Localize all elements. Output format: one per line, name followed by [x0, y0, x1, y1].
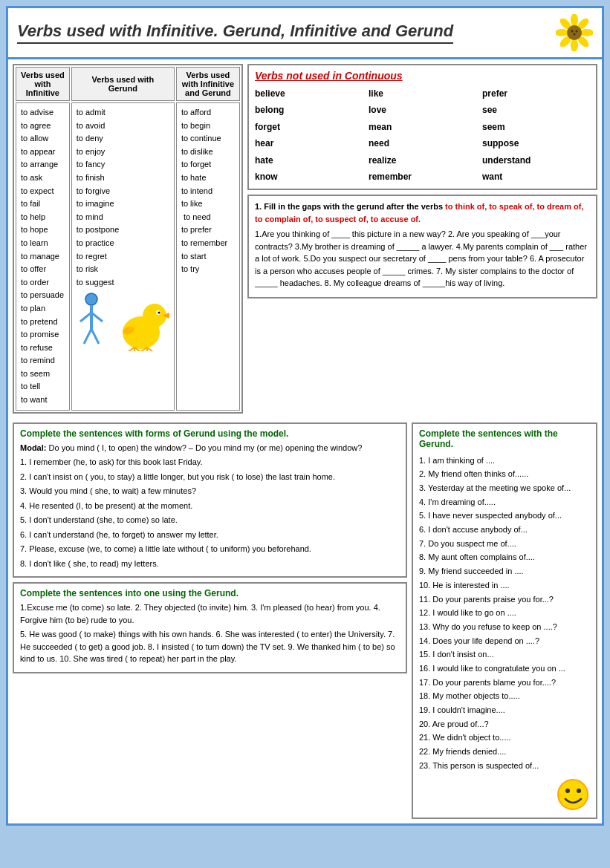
nc-understand: understand: [482, 153, 590, 168]
svg-line-29: [147, 347, 152, 351]
cg-17: 17. Do your parents blame you for....?: [419, 676, 590, 690]
cg-4: 4. I'm dreaming of.....: [419, 495, 590, 509]
gerund-one-text1: 1.Excuse me (to come) so late. 2. They o…: [20, 601, 400, 626]
nc-belong: belong: [255, 102, 363, 117]
svg-point-31: [558, 780, 588, 809]
nc-want: want: [482, 169, 590, 184]
svg-point-23: [158, 312, 160, 314]
cg-16: 16. I would like to congratulate you on …: [419, 662, 590, 676]
gerund-model-box: Complete the sentences with forms of Ger…: [13, 422, 407, 578]
chick-icon: [114, 292, 169, 351]
cg-5: 5. I have never suspected anybody of...: [419, 509, 590, 523]
gerund-s5: 5. I don't understand (she, to come) so …: [20, 514, 400, 526]
col-gerund-header: Verbs used with Gerund: [71, 67, 175, 101]
gerund-s6: 6. I can't understand (he, to forget) to…: [20, 529, 400, 541]
gerund-one-title: Complete the sentences into one using th…: [20, 588, 400, 598]
cg-1: 1. I am thinking of ....: [419, 454, 590, 468]
col-gerund: to admit to avoid to deny to enjoy to fa…: [71, 102, 175, 411]
cg-2: 2. My friend often thinks of......: [419, 467, 590, 481]
svg-point-7: [556, 29, 568, 36]
cg-6: 6. I don't accuse anybody of...: [419, 523, 590, 537]
exercise1-title: 1. Fill in the gaps with the gerund afte…: [255, 200, 590, 225]
svg-point-13: [85, 293, 97, 305]
gerund-s1: 1. I remember (he, to ask) for this book…: [20, 456, 400, 469]
right-panel: Verbs not used in Continuous believe lik…: [247, 64, 597, 418]
images-row: [77, 289, 169, 354]
col-infinitive: to advise to agree to allow to appear to…: [16, 102, 70, 411]
cg-23: 23. This person is suspected of...: [419, 759, 590, 773]
svg-point-10: [571, 30, 574, 33]
nc-mean: mean: [369, 120, 476, 134]
nc-seem: seem: [482, 120, 590, 134]
nc-like: like: [369, 86, 476, 101]
svg-point-11: [576, 30, 578, 33]
svg-point-5: [571, 39, 578, 51]
exercise1-box: 1. Fill in the gaps with the gerund afte…: [247, 195, 597, 298]
nc-love: love: [369, 102, 476, 117]
smiley-container: [419, 778, 590, 813]
svg-line-18: [91, 329, 99, 344]
cg-10: 10. He is interested in ....: [419, 578, 590, 593]
cg-20: 20. Are proud of...?: [419, 717, 590, 731]
cg-15: 15. I don't insist on...: [419, 647, 590, 662]
gerund-one-text2: 5. He was good ( to make) things with hi…: [20, 628, 400, 665]
svg-line-15: [80, 313, 91, 322]
nc-know: know: [255, 169, 363, 184]
col-both: to afford to begin to continue to dislik…: [176, 102, 240, 411]
not-continuous-box: Verbs not used in Continuous believe lik…: [247, 64, 597, 190]
nc-prefer: prefer: [482, 86, 590, 101]
left-panel: Verbs used with Infinitive Verbs used wi…: [13, 64, 243, 418]
cg-11: 11. Do your parents praise you for...?: [419, 593, 590, 607]
col-both-header: Verbs used with Infinitive and Gerund: [176, 67, 240, 101]
complete-gerund-right-box: Complete the sentences with the Gerund. …: [412, 422, 597, 820]
page-title: Verbs used with Infinitive. Gerund, Infi…: [17, 22, 453, 44]
page: Verbs used with Infinitive. Gerund, Infi…: [6, 6, 604, 826]
gerund-s7: 7. Please, excuse (we, to come) a little…: [20, 543, 400, 555]
gerund-model-text: Modal: Do you mind ( I, to open) the win…: [20, 442, 400, 454]
nc-realize: realize: [369, 153, 476, 168]
bottom-left: Complete the sentences with forms of Ger…: [13, 422, 407, 820]
cg-14: 14. Does your life depend on ....?: [419, 634, 590, 648]
col-infinitive-header: Verbs used with Infinitive: [16, 67, 70, 101]
nc-hate: hate: [255, 153, 363, 168]
gerund-one-box: Complete the sentences into one using th…: [13, 582, 407, 673]
cg-21: 21. We didn't object to.....: [419, 731, 590, 745]
cg-7: 7. Do you suspect me of....: [419, 537, 590, 551]
svg-point-32: [565, 789, 570, 793]
gerund-list: to admit to avoid to deny to enjoy to fa…: [77, 106, 169, 289]
gerund-model-title: Complete the sentences with forms of Ger…: [20, 428, 400, 439]
svg-line-17: [84, 329, 91, 344]
cg-18: 18. My mother objects to.....: [419, 689, 590, 703]
nc-remember: remember: [369, 169, 476, 184]
complete-gerund-right-title: Complete the sentences with the Gerund.: [419, 428, 590, 449]
svg-point-9: [567, 25, 582, 40]
nc-need: need: [369, 136, 476, 151]
nc-believe: believe: [255, 86, 363, 101]
cg-13: 13. Why do you refuse to keep on ....?: [419, 620, 590, 634]
both-list: to afford to begin to continue to dislik…: [181, 106, 235, 276]
svg-point-3: [580, 29, 593, 36]
cg-12: 12. I would like to go on ....: [419, 606, 590, 620]
cg-19: 19. I couldn't imagine....: [419, 703, 590, 717]
exercise1-sentences: 1.Are you thinking of ____ this picture …: [255, 228, 590, 290]
sunflower-icon: [556, 14, 593, 51]
nc-see: see: [482, 102, 590, 117]
nc-forget: forget: [255, 120, 363, 134]
nc-hear: hear: [255, 136, 363, 151]
main-content: Verbs used with Infinitive Verbs used wi…: [8, 59, 602, 422]
cg-9: 9. My friend succeeded in ....: [419, 564, 590, 578]
bottom-section: Complete the sentences with forms of Ger…: [8, 422, 602, 824]
not-continuous-grid: believe like prefer belong love see forg…: [255, 86, 590, 184]
gerund-s4: 4. He resented (I, to be present) at the…: [20, 500, 400, 512]
smiley-icon: [557, 778, 590, 812]
infinitive-list: to advise to agree to allow to appear to…: [21, 106, 65, 407]
svg-point-1: [571, 14, 578, 27]
svg-point-33: [577, 789, 581, 793]
not-continuous-title: Verbs not used in Continuous: [255, 70, 590, 82]
cg-8: 8. My aunt often complains of....: [419, 550, 590, 564]
svg-line-16: [91, 313, 103, 322]
gerund-s3: 3. Would you mind ( she, to wait) a few …: [20, 485, 400, 497]
nc-suppose: suppose: [482, 136, 590, 151]
gerund-s2: 2. I can't insist on ( you, to stay) a l…: [20, 471, 400, 483]
stick-figure-icon: [77, 292, 106, 351]
